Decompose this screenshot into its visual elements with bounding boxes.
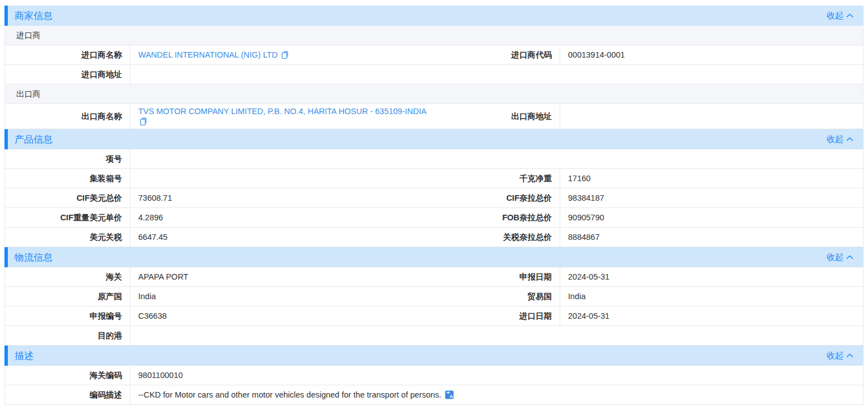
section-title: 产品信息 [15,133,53,146]
field-label: 海关编码 [5,366,130,385]
field-label: 关税奈拉总价 [434,228,560,247]
field-value: APAPA PORT [130,267,434,286]
chevron-up-icon [846,353,853,358]
section-logistics-info: 物流信息 收起 海关 APAPA PORT 申报日期 2024-05-31 原产… [4,247,864,346]
section-product-info: 产品信息 收起 项号 集装箱号 千克净重 17160 CIF美元总价 736 [4,129,864,247]
field-value: India [130,287,434,306]
section-description: 描述 收起 海关编码 9801100010 编码描述 --CKD for Mot… [4,346,864,405]
field-label: 集装箱号 [5,169,130,188]
field-label: 出口商名称 [5,104,130,129]
collapse-button[interactable]: 收起 [827,11,853,21]
field-label: 美元关税 [5,228,130,247]
table-row-importer-address: 进口商地址 [5,65,863,84]
field-value: 4.2896 [130,208,434,227]
collapse-button[interactable]: 收起 [827,252,853,263]
svg-text:A: A [449,394,453,399]
table-row-container-netweight: 集装箱号 千克净重 17160 [5,169,863,188]
exporter-name-link[interactable]: TVS MOTOR COMPANY LIMITED, P.B. NO.4, HA… [138,107,426,116]
field-label: 贸易国 [434,287,560,306]
table-row-importer-name: 进口商名称 WANDEL INTERNATIONAL (NIG) LTD 进口商… [5,45,863,65]
trade-record-detail-page: 商家信息 收起 进口商 进口商名称 WANDEL INTERNATIONAL (… [0,0,868,405]
subsection-title: 出口商 [16,89,863,100]
section-merchant-info: 商家信息 收起 进口商 进口商名称 WANDEL INTERNATIONAL (… [4,6,864,129]
field-value: 6647.45 [130,228,434,247]
table-row-declaration-import-date: 申报编号 C36638 进口日期 2024-05-31 [5,306,863,326]
table-row-code-description: 编码描述 --CKD for Motor cars and other moto… [5,385,863,405]
field-value: 98384187 [560,188,863,207]
field-value [560,104,863,129]
collapse-label: 收起 [827,252,843,263]
collapse-label: 收起 [827,11,843,21]
field-value [130,149,863,168]
copy-icon[interactable] [281,50,289,59]
field-label: CIF奈拉总价 [434,188,560,207]
field-value: 90905790 [560,208,863,227]
field-label: 海关 [5,267,130,286]
section-title: 描述 [15,349,34,362]
field-value: 73608.71 [130,188,434,207]
field-value: 8884867 [560,228,863,247]
field-label: 申报日期 [434,267,560,286]
field-label: 原产国 [5,287,130,306]
field-value: 2024-05-31 [560,306,863,325]
field-value: WANDEL INTERNATIONAL (NIG) LTD [130,45,434,64]
section-title: 商家信息 [15,10,53,22]
table-row-item-no: 项号 [5,149,863,169]
field-label: 编码描述 [5,385,130,404]
collapse-button[interactable]: 收起 [827,134,853,145]
table-row-exporter-name: 出口商名称 TVS MOTOR COMPANY LIMITED, P.B. NO… [5,104,863,129]
table-row-duty: 美元关税 6647.45 关税奈拉总价 8884867 [5,228,863,247]
section-title: 物流信息 [15,251,53,264]
importer-name-link[interactable]: WANDEL INTERNATIONAL (NIG) LTD [138,50,278,59]
section-header: 商家信息 收起 [4,6,864,26]
field-label: 进口商代码 [434,45,560,64]
field-value [130,65,863,84]
table-row-customs-date: 海关 APAPA PORT 申报日期 2024-05-31 [5,267,863,287]
subsection-title: 进口商 [16,30,863,41]
field-label: 申报编号 [5,306,130,325]
subsection-importer: 进口商 [5,26,863,45]
field-label: CIF重量美元单价 [5,208,130,227]
collapse-label: 收起 [827,351,843,361]
chevron-up-icon [846,255,853,259]
chevron-up-icon [846,137,853,141]
section-header: 描述 收起 [4,346,864,366]
field-value: India [560,287,863,306]
collapse-label: 收起 [827,134,843,145]
field-label: 目的港 [5,326,130,345]
field-value: 2024-05-31 [560,267,863,286]
table-row-destination-port: 目的港 [5,326,863,346]
field-value: 9801100010 [130,366,863,385]
field-value: C36638 [130,306,434,325]
chevron-up-icon [846,13,853,18]
table-row-origin-trade-country: 原产国 India 贸易国 India [5,287,863,306]
copy-icon[interactable] [139,117,148,126]
field-value [130,326,863,345]
field-label: 进口日期 [434,306,560,325]
collapse-button[interactable]: 收起 [827,351,853,361]
field-label: CIF美元总价 [5,188,130,207]
section-header: 产品信息 收起 [4,129,864,149]
field-label: 进口商地址 [5,65,130,84]
field-label: 千克净重 [434,169,560,188]
table-row-hs-code: 海关编码 9801100010 [5,366,863,385]
field-label: FOB奈拉总价 [434,208,560,227]
field-label: 进口商名称 [5,45,130,64]
table-row-cif-unit: CIF重量美元单价 4.2896 FOB奈拉总价 90905790 [5,208,863,228]
field-label: 出口商地址 [434,104,560,129]
translate-icon[interactable]: A [445,390,454,399]
field-value [130,169,434,188]
field-value: --CKD for Motor cars and other motor veh… [130,385,863,404]
subsection-exporter: 出口商 [5,84,863,104]
field-value: 17160 [560,169,863,188]
field-value: 00013914-0001 [560,45,863,64]
section-header: 物流信息 收起 [4,247,864,267]
field-value: TVS MOTOR COMPANY LIMITED, P.B. NO.4, HA… [130,104,434,129]
field-label: 项号 [5,149,130,168]
table-row-cif-usd: CIF美元总价 73608.71 CIF奈拉总价 98384187 [5,188,863,208]
